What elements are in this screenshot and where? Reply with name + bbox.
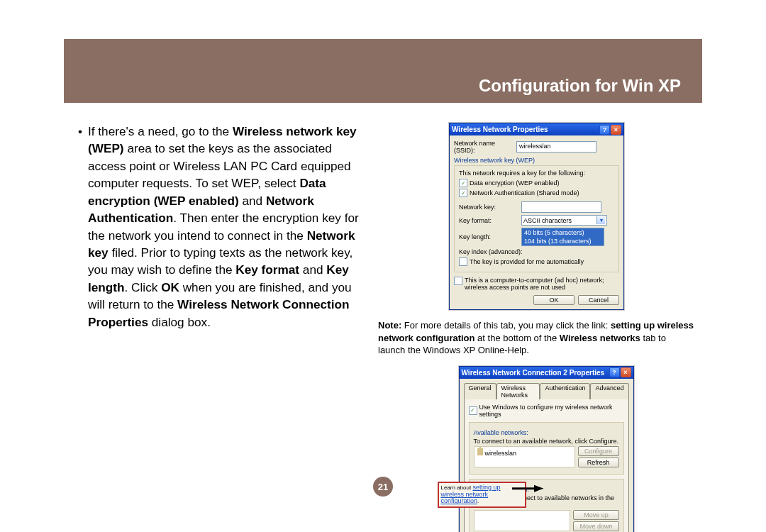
antenna-icon xyxy=(477,448,483,455)
dialog-title: Wireless Network Connection 2 Properties xyxy=(462,369,605,377)
preferred-networks-list[interactable] xyxy=(474,510,571,531)
network-key-label: Network key: xyxy=(459,204,521,211)
key-format-label: Key format: xyxy=(459,217,521,224)
configure-button[interactable]: Configure xyxy=(578,446,619,456)
section-header: Configuration for Win XP xyxy=(64,39,702,103)
key-format-dropdown[interactable]: ASCII characters ▾ xyxy=(521,215,607,226)
instruction-column: • If there's a need, go to the Wireless … xyxy=(78,123,365,532)
available-intro: To connect to an available network, clic… xyxy=(474,438,619,445)
key-index-label: Key index (advanced): xyxy=(459,248,540,255)
available-networks-list[interactable]: wirelesslan xyxy=(474,446,575,467)
tab-authentication[interactable]: Authentication xyxy=(540,383,590,399)
checkbox-auto-key[interactable]: The key is provided for me automatically xyxy=(459,257,584,266)
checkbox-network-auth[interactable]: ✓Network Authentication (Shared mode) xyxy=(459,189,579,197)
ssid-label: Network name (SSID): xyxy=(454,140,516,154)
page-title: Configuration for Win XP xyxy=(479,76,681,96)
dialog-titlebar: Wireless Network Properties ? × xyxy=(450,123,623,135)
wep-fieldset: This network requires a key for the foll… xyxy=(454,165,619,272)
dialog-wireless-network-properties: Wireless Network Properties ? × Network … xyxy=(449,123,624,310)
dialog-2-wrapper: Wireless Network Connection 2 Properties… xyxy=(441,366,633,532)
page-content: • If there's a need, go to the Wireless … xyxy=(64,103,702,532)
checkbox-data-encryption[interactable]: ✓Data encryption (WEP enabled) xyxy=(459,179,559,187)
wep-group-title: Wireless network key (WEP) xyxy=(454,157,619,164)
figure-column: Wireless Network Properties ? × Network … xyxy=(365,123,695,532)
key-length-dropdown[interactable]: 40 bits (5 characters) 104 bits (13 char… xyxy=(521,228,604,246)
close-icon[interactable]: × xyxy=(621,367,631,377)
checkbox-adhoc[interactable]: This is a computer-to-computer (ad hoc) … xyxy=(454,277,610,291)
tab-wireless-networks[interactable]: Wireless Networks xyxy=(496,383,540,399)
dialog-title: Wireless Network Properties xyxy=(452,126,548,133)
chevron-down-icon: ▾ xyxy=(596,216,605,224)
checkbox-use-windows[interactable]: ✓Use Windows to configure my wireless ne… xyxy=(469,404,624,418)
bullet-dot: • xyxy=(78,123,88,331)
available-networks-title: Available networks: xyxy=(474,429,619,436)
dialog-titlebar: Wireless Network Connection 2 Properties… xyxy=(460,367,633,379)
page-number-badge: 21 xyxy=(373,477,393,497)
move-down-button[interactable]: Move down xyxy=(573,521,618,531)
network-key-field[interactable] xyxy=(521,201,601,213)
tab-general[interactable]: General xyxy=(464,383,496,399)
help-icon[interactable]: ? xyxy=(599,125,610,135)
key-length-label: Key length: xyxy=(459,233,521,240)
callout-learn-link: Learn about setting up wireless network … xyxy=(438,482,526,509)
cancel-button[interactable]: Cancel xyxy=(578,295,619,305)
close-icon[interactable]: × xyxy=(611,125,621,135)
ssid-field[interactable]: wirelesslan xyxy=(516,141,596,153)
move-up-button[interactable]: Move up xyxy=(573,510,618,520)
tab-panel: ✓Use Windows to configure my wireless ne… xyxy=(464,399,629,532)
bullet-item: • If there's a need, go to the Wireless … xyxy=(78,123,365,331)
tab-advanced[interactable]: Advanced xyxy=(590,383,628,399)
help-icon[interactable]: ? xyxy=(609,367,620,377)
instruction-text: If there's a need, go to the Wireless ne… xyxy=(88,123,365,331)
ok-button[interactable]: OK xyxy=(533,295,574,305)
manual-page: Configuration for Win XP • If there's a … xyxy=(64,39,702,493)
note-paragraph: Note: For more details of this tab, you … xyxy=(378,319,695,357)
requires-key-text: This network requires a key for the foll… xyxy=(459,170,614,177)
refresh-button[interactable]: Refresh xyxy=(578,458,619,467)
